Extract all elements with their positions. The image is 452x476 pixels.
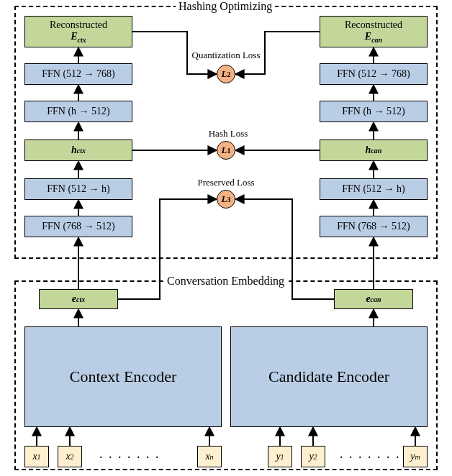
ffn-ctx-768-512: FFN (768 → 512) [24,216,132,237]
reconstructed-ectx-lbl: Reconstructed [50,19,107,30]
input-x-dots: · · · · · · · [99,450,161,465]
input-y2: y2 [301,446,325,467]
input-y-dots: · · · · · · · [340,450,401,465]
reconstructed-ecan: Reconstructed Ecan [320,16,428,47]
hash-loss-label: Hash Loss [203,128,253,139]
ffn-can-768-512: FFN (768 → 512) [320,216,428,237]
input-x2: x2 [58,446,82,467]
loss-l2: L2 [217,65,235,83]
preserved-loss-label: Preserved Loss [190,177,262,188]
ffn-can-h-512: FFN (h → 512) [320,101,428,122]
e-can: ecan [334,289,413,309]
loss-l1: L1 [217,141,235,160]
loss-l3: L3 [217,190,235,209]
ffn-ctx-h-512: FFN (h → 512) [24,101,132,122]
input-xn: xn [197,446,222,467]
conversation-embedding-title: Conversation Embedding [164,275,287,288]
input-y1: y1 [268,446,292,467]
e-ctx: ectx [39,289,118,309]
reconstructed-ectx: Reconstructed Ectx [24,16,132,47]
input-x1: x1 [24,446,49,467]
ffn-can-512-h: FFN (512 → h) [320,178,428,200]
ffn-can-512-768: FFN (512 → 768) [320,63,428,85]
quantization-loss-label: Quantization Loss [177,50,275,61]
reconstructed-ecan-sym: Ecan [365,31,382,44]
h-ctx: hctx [24,139,132,161]
ffn-ctx-512-768: FFN (512 → 768) [24,63,132,85]
ffn-ctx-512-h: FFN (512 → h) [24,178,132,200]
context-encoder: Context Encoder [24,326,222,427]
input-ym: ym [403,446,428,467]
h-can: hcan [320,139,428,161]
reconstructed-ecan-lbl: Reconstructed [345,19,402,30]
candidate-encoder: Candidate Encoder [230,326,428,427]
reconstructed-ectx-sym: Ectx [71,31,86,44]
hashing-optimizing-title: Hashing Optimizing [176,0,275,13]
